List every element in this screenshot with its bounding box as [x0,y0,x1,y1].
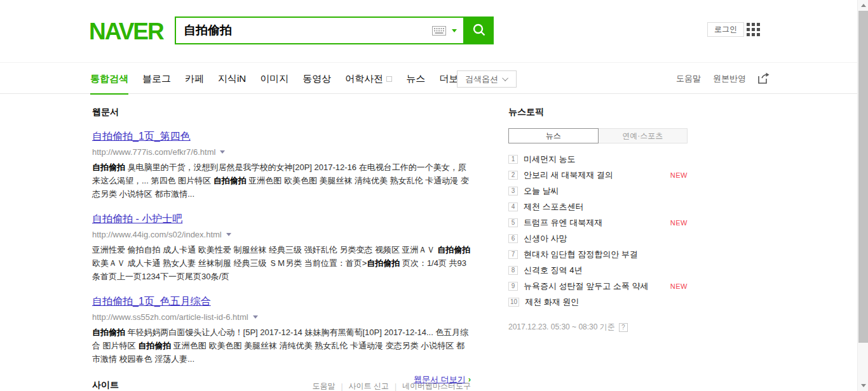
news-topic-link[interactable]: 신생아 사망 [524,233,567,244]
rank-badge: 3 [508,187,518,196]
scroll-up-button[interactable] [858,0,868,11]
question-mark-icon[interactable]: ? [619,323,628,332]
result-url-row: http://www.44ig.com/s02/index.html [92,230,471,239]
tab-label: 카페 [185,73,204,85]
scroll-down-button[interactable] [858,380,868,391]
scrollbar-thumb[interactable] [858,11,868,343]
keyword-bold: 自拍偷拍 [367,258,400,268]
new-badge: NEW [670,171,688,179]
rank-badge: 6 [508,234,518,243]
tab-label: 지식iN [218,73,246,85]
news-topic-item[interactable]: 5트럼프 유엔 대북제재NEW [508,215,688,230]
result-description: 自拍偷拍 年轻妈妈两白面馒头让人心动！[5P] 2017-12-14 妹妹胸有黑… [92,326,471,366]
login-button[interactable]: 로그인 [707,22,744,37]
search-options-button[interactable]: 검색옵션 [457,70,517,88]
result-description: 自拍偷拍 臭电脑里的干货，没想到居然是我学校的女神[20P] 2017-12-1… [92,161,471,201]
tab-news[interactable]: 뉴스 [406,63,425,94]
desc-text: 欧美ＡＶ 成人卡通 熟女人妻 丝袜制服 经典三级 ＳＭ另类 当前位置：首页> [92,258,367,268]
url-options-caret[interactable] [253,315,258,319]
news-topic-timestamp: 2017.12.23. 05:30 ~ 08:30 기준 [508,322,615,333]
news-topic-title: 뉴스토픽 [508,107,688,118]
search-result: 自拍偷拍_1页_色五月综合 http://www.ss55zh.com/arti… [92,295,471,366]
tab-blog[interactable]: 블로그 [142,63,171,94]
rank-badge: 10 [508,298,519,307]
news-topic-footer: 2017.12.23. 05:30 ~ 08:30 기준 ? [508,322,688,333]
news-topic-link[interactable]: 오늘 날씨 [524,185,559,197]
tabs: 통합검색 블로그 카페 지식iN 이미지 동영상 어학사전 뉴스 더보기 [90,63,491,94]
search-input[interactable] [184,23,432,37]
site-report-link[interactable]: 사이트 신고 [349,381,389,391]
news-topic-link[interactable]: 안보리 새 대북제재 결의 [524,169,613,181]
result-title-link[interactable]: 自拍偷拍 - 小护士吧 [92,213,182,224]
result-url: http://www.777is.com/efkr7/6.html [92,147,215,157]
rank-badge: 4 [508,202,518,211]
divider: | [395,382,397,391]
sites-footer-links: 도움말 | 사이트 신고 | 네이버웹마스터도구 [312,380,471,391]
news-topic-link[interactable]: 신격호 징역 4년 [524,265,582,276]
webdocs-section: 웹문서 自拍偷拍_1页_第四色 http://www.777is.com/efk… [92,107,471,385]
tab-video[interactable]: 동영상 [302,63,331,94]
url-options-caret[interactable] [226,233,231,236]
keyword-bold: 自拍偷拍 [138,341,171,350]
keyboard-icon[interactable] [432,26,446,36]
tab-image[interactable]: 이미지 [260,63,288,94]
tab-cafe[interactable]: 카페 [185,63,204,94]
news-topic-item[interactable]: 2안보리 새 대북제재 결의NEW [508,167,688,183]
popup-window-icon [386,76,392,82]
vertical-scrollbar[interactable] [857,0,868,391]
news-topic-item[interactable]: 8신격호 징역 4년 [508,262,688,278]
news-topic-item[interactable]: 6신생아 사망 [508,230,688,246]
news-topic-item[interactable]: 4제천 스포츠센터 [508,199,688,215]
apps-grid-icon[interactable] [747,23,760,39]
tab-label: 뉴스 [406,73,425,85]
naver-logo[interactable]: NAVER [89,18,163,45]
tab-label: 블로그 [142,73,171,85]
news-topic-item[interactable]: 9뉴욕증시 성탄절 앞두고 소폭 약세NEW [508,278,688,294]
search-tab-bar: 통합검색 블로그 카페 지식iN 이미지 동영상 어학사전 뉴스 더보기 검색옵… [0,63,857,94]
webdocs-section-title: 웹문서 [92,107,471,118]
tab-kin[interactable]: 지식iN [218,63,246,94]
news-topic-item[interactable]: 7현대차 임단협 잠정합의안 부결 [508,246,688,262]
news-topic-item[interactable]: 10제천 화재 원인 [508,294,688,310]
tab-label: 동영상 [302,73,331,85]
sites-section-title: 사이트 [92,380,119,391]
news-topic-link[interactable]: 뉴욕증시 성탄절 앞두고 소폭 약세 [524,281,648,292]
keyboard-dropdown-caret[interactable] [452,29,457,32]
result-title-link[interactable]: 自拍偷拍_1页_色五月综合 [92,296,211,307]
news-topic-link[interactable]: 제천 화재 원인 [525,296,579,308]
url-options-caret[interactable] [220,150,225,154]
webmaster-tools-link[interactable]: 네이버웹마스터도구 [402,381,471,391]
rank-badge: 9 [508,282,518,291]
new-badge: NEW [670,219,688,227]
tab-label: 이미지 [260,73,288,85]
help-link[interactable]: 도움말 [676,73,701,84]
tab-unified-search[interactable]: 통합검색 [90,63,128,94]
triangle-down-icon [861,384,866,387]
new-badge: NEW [670,282,688,290]
news-topic-tabs: 뉴스 연예·스포츠 [508,128,688,143]
keyword-bold: 自拍偷拍 [92,162,125,172]
news-topic-item[interactable]: 3오늘 날씨 [508,183,688,199]
search-icon [472,23,486,39]
news-topic-link[interactable]: 제천 스포츠센터 [524,201,584,213]
result-title-link[interactable]: 自拍偷拍_1页_第四色 [92,131,191,142]
nav-right-links: 도움말 원본반영 [676,63,770,94]
news-topic-link[interactable]: 미세먼지 농도 [524,154,576,165]
result-url: http://www.44ig.com/s02/index.html [92,230,222,239]
result-url: http://www.ss55zh.com/article-list-id-6.… [92,312,248,322]
news-topic-link[interactable]: 트럼프 유엔 대북제재 [524,217,602,229]
tab-dictionary[interactable]: 어학사전 [345,63,392,94]
share-icon[interactable] [758,72,770,86]
news-topic-link[interactable]: 현대차 임단협 잠정합의안 부결 [524,249,638,260]
tab-news-topic[interactable]: 뉴스 [508,128,599,143]
tab-label: 어학사전 [345,73,383,85]
original-reflect-link[interactable]: 원본반영 [713,73,746,84]
desc-text: 亚洲性爱 偷拍自拍 成人卡通 欧美性爱 制服丝袜 经典三级 强奸乱伦 另类变态 … [92,245,437,255]
tab-entertainment-sports[interactable]: 연예·스포츠 [599,128,688,143]
result-url-row: http://www.ss55zh.com/article-list-id-6.… [92,312,471,322]
search-button[interactable] [465,17,494,44]
chevron-down-icon [502,75,508,81]
sites-help-link[interactable]: 도움말 [312,381,335,391]
news-topic-item[interactable]: 1미세먼지 농도 [508,151,688,167]
search-input-wrap [175,17,465,44]
